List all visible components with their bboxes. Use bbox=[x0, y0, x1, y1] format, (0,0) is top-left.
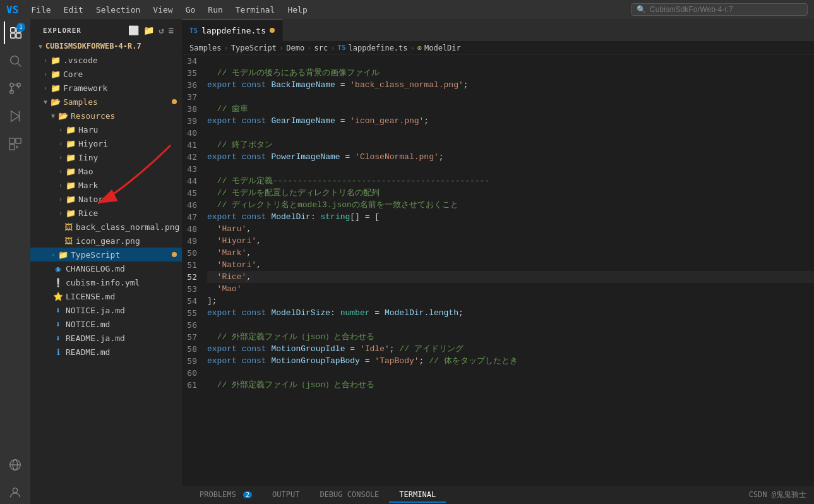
code-content[interactable]: // モデルの後ろにある背景の画像ファイル export const BackI… bbox=[207, 55, 814, 391]
titlebar: VS File Edit Selection View Go Run Termi… bbox=[0, 0, 814, 19]
code-lines: 34 35 36 37 38 39 40 41 42 43 44 45 46 4… bbox=[182, 55, 814, 391]
natori-label: Natori bbox=[78, 195, 108, 204]
source-control-activity-icon[interactable] bbox=[4, 77, 27, 100]
title-search[interactable]: 🔍 bbox=[631, 3, 808, 16]
code-line-45: // モデルを配置したディレクトリ名の配列 bbox=[207, 187, 814, 199]
mao-folder-icon: 📁 bbox=[66, 166, 76, 176]
notice-ja-icon: ⬇ bbox=[53, 305, 63, 315]
sidebar-item-rice[interactable]: › 📁 Rice bbox=[30, 206, 182, 220]
sidebar-item-framework[interactable]: › 📁 Framework bbox=[30, 81, 182, 95]
breadcrumb-src[interactable]: src bbox=[314, 44, 328, 52]
sidebar-item-haru[interactable]: › 📁 Haru bbox=[30, 123, 182, 136]
menu-edit[interactable]: Edit bbox=[59, 4, 88, 16]
vscode-logo: VS bbox=[6, 4, 18, 16]
explorer-activity-icon[interactable]: 1 bbox=[4, 21, 27, 44]
sidebar-item-license[interactable]: › ⭐ LICENSE.md bbox=[30, 289, 182, 303]
panel-tab-problems[interactable]: PROBLEMS 2 bbox=[189, 488, 262, 503]
sidebar-item-cubism-info[interactable]: › ❕ cubism-info.yml bbox=[30, 275, 182, 289]
search-activity-icon[interactable] bbox=[4, 49, 27, 72]
menu-help[interactable]: Help bbox=[282, 4, 312, 16]
sidebar-item-iiny[interactable]: › 📁 Iiny bbox=[30, 150, 182, 164]
panel-tab-terminal[interactable]: TERMINAL bbox=[389, 488, 446, 503]
svg-rect-11 bbox=[9, 138, 15, 143]
svg-point-4 bbox=[11, 56, 19, 64]
sidebar-item-natori[interactable]: › 📁 Natori bbox=[30, 192, 182, 206]
mao-label: Mao bbox=[78, 167, 93, 176]
core-arrow: › bbox=[40, 69, 51, 79]
root-arrow: ▼ bbox=[35, 41, 45, 51]
menu-file[interactable]: File bbox=[26, 4, 56, 16]
svg-point-6 bbox=[10, 83, 14, 87]
sidebar-item-typescript[interactable]: › 📁 TypeScript bbox=[30, 248, 182, 261]
menu-go[interactable]: Go bbox=[181, 4, 201, 16]
notice-label: NOTICE.md bbox=[66, 320, 110, 329]
sidebar-item-mao[interactable]: › 📁 Mao bbox=[30, 164, 182, 178]
breadcrumb-typescript[interactable]: TypeScript bbox=[231, 44, 277, 52]
menu-selection[interactable]: Selection bbox=[91, 4, 145, 16]
code-editor[interactable]: 34 35 36 37 38 39 40 41 42 43 44 45 46 4… bbox=[182, 55, 814, 485]
menu-terminal[interactable]: Terminal bbox=[230, 4, 280, 16]
remote-activity-icon[interactable] bbox=[4, 453, 27, 476]
mao-arrow: › bbox=[56, 166, 66, 176]
refresh-icon[interactable]: ↺ bbox=[159, 25, 164, 35]
cubism-info-label: cubism-info.yml bbox=[66, 278, 140, 287]
sidebar-item-gear-png[interactable]: › 🖼 icon_gear.png bbox=[30, 234, 182, 248]
main-layout: 1 bbox=[0, 19, 814, 504]
sidebar-item-readme-ja[interactable]: › ⬇ README.ja.md bbox=[30, 331, 182, 345]
hiyori-arrow: › bbox=[56, 138, 66, 148]
core-label: Core bbox=[63, 69, 83, 79]
sidebar-item-vscode[interactable]: › 📁 .vscode bbox=[30, 53, 182, 67]
account-activity-icon[interactable] bbox=[4, 481, 27, 504]
search-input[interactable] bbox=[650, 5, 801, 14]
vscode-label: .vscode bbox=[63, 56, 98, 65]
code-line-53: 'Mao' bbox=[207, 283, 814, 295]
breadcrumb-demo[interactable]: Demo bbox=[286, 44, 304, 52]
panel-tab-debug-console[interactable]: DEBUG CONSOLE bbox=[309, 488, 389, 503]
sidebar-item-notice-ja[interactable]: › ⬇ NOTICE.ja.md bbox=[30, 303, 182, 317]
notice-icon: ⬇ bbox=[53, 319, 63, 329]
breadcrumb-samples[interactable]: Samples bbox=[189, 44, 222, 52]
iiny-folder-icon: 📁 bbox=[66, 152, 76, 162]
breadcrumb-filename[interactable]: lappdefine.ts bbox=[349, 44, 408, 52]
breadcrumb-modeldir[interactable]: ModelDir bbox=[424, 44, 461, 52]
sidebar-header: EXPLORER ⬜ 📁 ↺ ≡ bbox=[30, 19, 182, 39]
explorer-badge: 1 bbox=[16, 23, 25, 32]
sidebar-item-hiyori[interactable]: › 📁 Hiyori bbox=[30, 136, 182, 150]
resources-folder-icon: 📂 bbox=[58, 111, 68, 121]
sidebar-item-resources[interactable]: ▼ 📂 Resources bbox=[30, 109, 182, 123]
breadcrumb: Samples › TypeScript › Demo › src › TS l… bbox=[182, 41, 814, 55]
typescript-arrow: › bbox=[48, 249, 58, 260]
sidebar-item-notice[interactable]: › ⬇ NOTICE.md bbox=[30, 317, 182, 331]
code-line-56 bbox=[207, 319, 814, 331]
sidebar-item-samples[interactable]: ▼ 📂 Samples bbox=[30, 95, 182, 109]
new-folder-icon[interactable]: 📁 bbox=[143, 25, 155, 35]
menu-view[interactable]: View bbox=[148, 4, 177, 16]
sidebar: EXPLORER ⬜ 📁 ↺ ≡ ▼ CUBISMSDKFORWEB-4-R.7… bbox=[30, 19, 182, 504]
panel-tab-output[interactable]: OUTPUT bbox=[262, 488, 309, 503]
sidebar-item-mark[interactable]: › 📁 Mark bbox=[30, 178, 182, 192]
sidebar-item-readme[interactable]: › ℹ README.md bbox=[30, 345, 182, 359]
extensions-activity-icon[interactable] bbox=[4, 133, 27, 155]
editor-tab-lappdefine[interactable]: TS lappdefine.ts bbox=[182, 19, 283, 41]
code-line-55: export const ModelDirSize: number = Mode… bbox=[207, 307, 814, 319]
code-line-40 bbox=[207, 127, 814, 139]
svg-rect-13 bbox=[9, 145, 15, 150]
sidebar-header-icons: ⬜ 📁 ↺ ≡ bbox=[128, 25, 174, 35]
code-line-34 bbox=[207, 55, 814, 67]
changelog-icon: ◉ bbox=[53, 263, 63, 273]
svg-marker-9 bbox=[11, 111, 20, 122]
typescript-dot bbox=[172, 252, 177, 257]
menu-run[interactable]: Run bbox=[203, 4, 227, 16]
sidebar-item-core[interactable]: › 📁 Core bbox=[30, 67, 182, 81]
collapse-icon[interactable]: ≡ bbox=[169, 25, 174, 35]
activity-bar: 1 bbox=[0, 19, 30, 504]
sidebar-item-back-png[interactable]: › 🖼 back_class_normal.png bbox=[30, 220, 182, 234]
breadcrumb-ts-icon: TS bbox=[337, 44, 345, 52]
new-file-icon[interactable]: ⬜ bbox=[128, 25, 140, 35]
tab-modified-dot bbox=[270, 28, 275, 33]
hiyori-folder-icon: 📁 bbox=[66, 138, 76, 148]
tree-root[interactable]: ▼ CUBISMSDKFORWEB-4-R.7 bbox=[30, 39, 182, 53]
sidebar-item-changelog[interactable]: › ◉ CHANGELOG.md bbox=[30, 261, 182, 275]
run-activity-icon[interactable] bbox=[4, 105, 27, 128]
svg-rect-12 bbox=[16, 138, 21, 143]
